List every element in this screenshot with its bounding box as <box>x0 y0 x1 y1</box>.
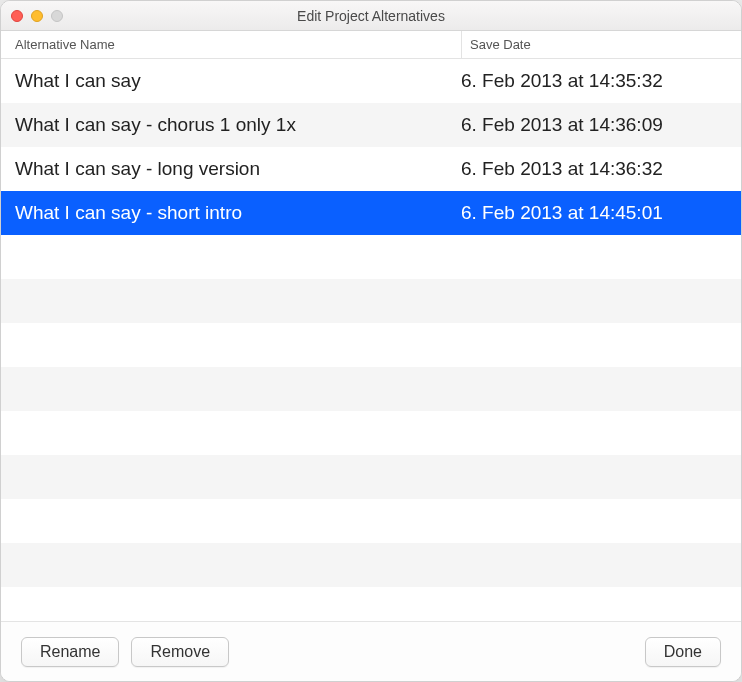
dialog-window: Edit Project Alternatives Alternative Na… <box>0 0 742 682</box>
done-button[interactable]: Done <box>645 637 721 667</box>
empty-row <box>1 499 741 543</box>
table-row[interactable]: What I can say - long version6. Feb 2013… <box>1 147 741 191</box>
remove-button[interactable]: Remove <box>131 637 229 667</box>
minimize-icon[interactable] <box>31 10 43 22</box>
column-header-date-label: Save Date <box>470 37 531 52</box>
column-header-date[interactable]: Save Date <box>461 31 741 58</box>
row-date: 6. Feb 2013 at 14:45:01 <box>461 202 741 224</box>
row-date: 6. Feb 2013 at 14:35:32 <box>461 70 741 92</box>
row-name: What I can say <box>15 70 461 92</box>
row-name: What I can say - chorus 1 only 1x <box>15 114 461 136</box>
footer: Rename Remove Done <box>1 621 741 681</box>
table-header: Alternative Name Save Date <box>1 31 741 59</box>
empty-row <box>1 323 741 367</box>
window-title: Edit Project Alternatives <box>1 8 741 24</box>
empty-row <box>1 411 741 455</box>
row-date: 6. Feb 2013 at 14:36:09 <box>461 114 741 136</box>
window-controls <box>11 10 63 22</box>
table-row[interactable]: What I can say - short intro6. Feb 2013 … <box>1 191 741 235</box>
empty-row <box>1 367 741 411</box>
empty-row <box>1 455 741 499</box>
row-name: What I can say - short intro <box>15 202 461 224</box>
rename-button[interactable]: Rename <box>21 637 119 667</box>
table-row[interactable]: What I can say6. Feb 2013 at 14:35:32 <box>1 59 741 103</box>
close-icon[interactable] <box>11 10 23 22</box>
row-date: 6. Feb 2013 at 14:36:32 <box>461 158 741 180</box>
column-header-name[interactable]: Alternative Name <box>15 37 461 52</box>
maximize-icon <box>51 10 63 22</box>
empty-row <box>1 543 741 587</box>
titlebar: Edit Project Alternatives <box>1 1 741 31</box>
table-row[interactable]: What I can say - chorus 1 only 1x6. Feb … <box>1 103 741 147</box>
row-name: What I can say - long version <box>15 158 461 180</box>
alternatives-list[interactable]: What I can say6. Feb 2013 at 14:35:32Wha… <box>1 59 741 621</box>
empty-row <box>1 235 741 279</box>
empty-row <box>1 279 741 323</box>
